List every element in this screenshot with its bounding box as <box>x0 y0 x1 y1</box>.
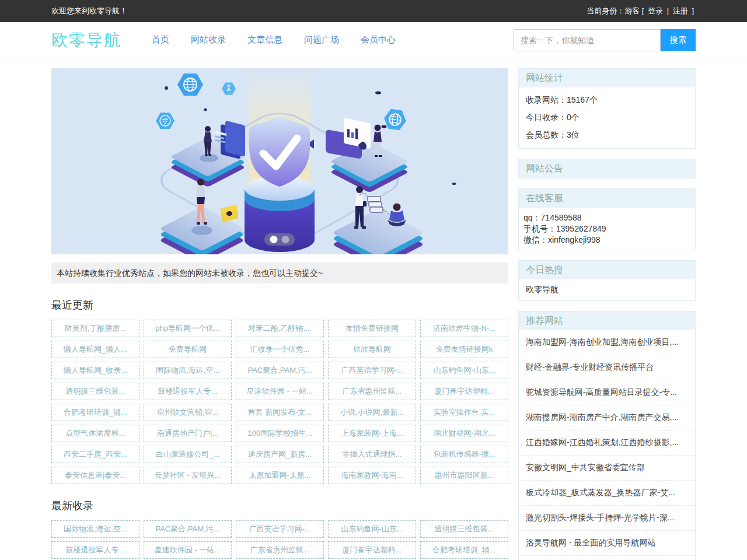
site-logo[interactable]: 欧零导航 <box>51 29 121 51</box>
recommended-site-link[interactable]: 洛灵导航网 - 最全面的实用导航网站 <box>519 531 695 556</box>
site-link[interactable]: 透明膜三维包装... <box>420 520 508 538</box>
recent-update-grid: 防黄剂,丁酰肼原...php导航网一个优...对苯二酚,乙醇钠,...友情免费链… <box>51 320 508 484</box>
site-link[interactable]: 湖北财税网-湖北... <box>420 425 508 442</box>
login-link[interactable]: 登录 <box>648 6 663 15</box>
site-link[interactable]: 南通房地产门户|... <box>144 425 232 442</box>
hot-search-item[interactable]: 欧零导航 <box>519 279 695 300</box>
site-link[interactable]: 懒人导航网_懒人... <box>51 341 139 358</box>
stat-row: 收录网站：15167个 <box>526 91 688 108</box>
nav-link[interactable]: 文章信息 <box>247 34 282 46</box>
hot-search-list: 欧零导航 <box>519 279 695 300</box>
nav-link[interactable]: 首页 <box>152 34 169 46</box>
site-link[interactable]: 广东省惠州监狱... <box>328 383 416 400</box>
carousel-indicator[interactable] <box>264 233 295 246</box>
nav-link[interactable]: 会员中心 <box>361 34 396 46</box>
site-link[interactable]: 西安二手房_西安... <box>51 446 139 463</box>
site-link[interactable]: 小说,小说网,最新... <box>328 404 416 421</box>
site-link[interactable]: 点型气体浓度检... <box>51 425 139 442</box>
site-link[interactable]: 非插入式通球指... <box>328 446 416 463</box>
latest-include-title: 最新收录 <box>51 499 508 513</box>
recommended-site-link[interactable]: 海南加盟网-海南创业加盟,海南创业项目,... <box>519 330 695 355</box>
site-link[interactable]: 包装机传感器-搅... <box>420 446 508 463</box>
banner-carousel[interactable] <box>51 68 508 254</box>
site-link[interactable]: 广西英语学习网-... <box>236 520 324 538</box>
search-bar: 搜索 <box>514 29 696 51</box>
site-link[interactable]: 星速软件园 - 一站... <box>236 383 324 400</box>
recommend-list: 海南加盟网-海南创业加盟,海南创业项目,...财经-金融界-专业财经资讯传播平台… <box>519 330 695 560</box>
site-link[interactable]: 上海家装网-上海... <box>328 425 416 442</box>
recommended-site-link[interactable]: 驼城资源导航网-高质量网站目录提交-专... <box>519 380 695 405</box>
site-link[interactable]: 惠州市惠阳区新... <box>420 467 508 484</box>
nav-link[interactable]: 问题广场 <box>304 34 339 46</box>
site-link[interactable]: 合肥考研培训_辅... <box>420 541 508 559</box>
site-link[interactable]: 欣欣导航网 <box>328 341 416 358</box>
site-link[interactable]: 100国际学校招生... <box>236 425 324 442</box>
site-link[interactable]: 国际物流,海运,空... <box>144 362 232 379</box>
site-link[interactable]: 实验室操作台,实... <box>420 404 508 421</box>
main-nav: 首页网站收录文章信息问题广场会员中心 <box>152 34 417 46</box>
hot-search-title: 今日热搜 <box>519 261 695 279</box>
contact-line: qq：714589588 <box>523 212 690 223</box>
site-link[interactable]: 防黄剂,丁酰肼原... <box>51 320 139 337</box>
site-link[interactable]: 星速软件园 - 一站... <box>144 541 232 559</box>
site-link[interactable]: 懒人导航网_收录... <box>51 362 139 379</box>
site-link[interactable]: 免费导航网 <box>144 341 232 358</box>
site-link[interactable]: 对苯二酚,乙醇钠,... <box>236 320 324 337</box>
site-link[interactable]: 山东钓鱼网-山东... <box>328 520 416 538</box>
recommended-site-link[interactable]: 湖南搜房网-湖南房产中介,湖南房产交易,... <box>519 405 695 430</box>
service-title: 在线客服 <box>519 189 695 208</box>
stats-box: 网站统计 收录网站：15167个今日收录：0个会员总数：3位 <box>518 68 696 149</box>
recommend-box: 推荐网站 海南加盟网-海南创业加盟,海南创业项目,...财经-金融界-专业财经资… <box>518 311 696 560</box>
site-link[interactable]: 厦门春宇达塑料... <box>328 541 416 559</box>
search-input[interactable] <box>514 29 661 51</box>
header: 欧零导航 首页网站收录文章信息问题广场会员中心 搜索 <box>0 22 747 58</box>
site-link[interactable]: 山东钓鱼网-山东... <box>420 362 508 379</box>
recommended-site-link[interactable]: 宣讲家网_中国视频智库 传播创新理论 <box>519 556 695 560</box>
site-link[interactable]: 首页 新闻发布-文... <box>236 404 324 421</box>
site-link[interactable]: 泰安信息港|泰安... <box>51 467 139 484</box>
site-link[interactable]: 宿州软文营销,宿... <box>144 404 232 421</box>
identity-separator: | <box>667 6 669 15</box>
site-link[interactable]: 厦门春宇达塑料... <box>420 383 508 400</box>
contact-line: 微信：xinfengkeji998 <box>523 235 690 246</box>
site-link[interactable]: PAC聚合,PAM,污... <box>236 362 324 379</box>
site-link[interactable]: 鼓楼退役军人专... <box>51 541 139 559</box>
register-link[interactable]: 注册 <box>673 6 688 15</box>
service-box: 在线客服 qq：714589588手机号：13952627849微信：xinfe… <box>518 188 696 250</box>
site-link[interactable]: 鼓楼退役军人专... <box>144 383 232 400</box>
site-link[interactable]: 迪庆房产网_新房... <box>236 446 324 463</box>
site-link[interactable]: PAC聚合,PAM,污... <box>144 520 232 538</box>
site-link[interactable]: 济南欣烨生物-N-... <box>420 320 508 337</box>
site-link[interactable]: 透明膜三维包装... <box>51 383 139 400</box>
contact-line: 手机号：13952627849 <box>523 223 690 235</box>
site-link[interactable]: 免费友情链接网k <box>420 341 508 358</box>
site-link[interactable]: 海南家教网-海南... <box>328 467 416 484</box>
site-link[interactable]: 友情免费链接网 <box>328 320 416 337</box>
recommended-site-link[interactable]: 板式冷却器_板式蒸发器_换热器厂家-艾... <box>519 481 695 506</box>
search-button[interactable]: 搜索 <box>661 29 696 51</box>
site-link[interactable]: 云梦社区 - 发现兴... <box>144 467 232 484</box>
site-link[interactable]: 国际物流,海运,空... <box>51 520 139 538</box>
latest-include-grid: 国际物流,海运,空...PAC聚合,PAM,污...广西英语学习网-...山东钓… <box>51 520 508 559</box>
welcome-text: 欢迎您来到欧零导航！ <box>51 6 127 16</box>
recommended-site-link[interactable]: 财经-金融界-专业财经资讯传播平台 <box>519 355 695 380</box>
nav-link[interactable]: 网站收录 <box>191 34 226 46</box>
carousel-dot-inactive <box>282 236 289 243</box>
site-link[interactable]: 广西英语学习网-... <box>328 362 416 379</box>
recommended-site-link[interactable]: 江西婚嫁网-江西婚礼策划,江西婚纱摄影,... <box>519 430 695 456</box>
site-link[interactable]: 汇收录一个优秀... <box>236 341 324 358</box>
site-link[interactable]: 合肥考研培训_辅... <box>51 404 139 421</box>
recommended-site-link[interactable]: 激光切割头-焊接头-手持焊-光学镜片-深... <box>519 506 695 531</box>
site-link[interactable]: 广东省惠州监狱... <box>236 541 324 559</box>
recommended-site-link[interactable]: 安徽文明网_中共安徽省委宣传部 <box>519 456 695 481</box>
site-link[interactable]: php导航网一个优... <box>144 320 232 337</box>
site-link[interactable]: 太原加盟网-太原... <box>236 467 324 484</box>
identity-group: 当前身份：游客 [ 登录 | 注册 ] <box>585 6 696 16</box>
submit-notice: 本站持续收集行业优秀站点，如果您的网站未被收录，您也可以主动提交~ <box>51 262 508 284</box>
sidebar: 网站统计 收录网站：15167个今日收录：0个会员总数：3位 网站公告 在线客服… <box>518 68 696 560</box>
carousel-dot-active <box>270 236 278 243</box>
site-link[interactable]: 白山家装修公司_... <box>144 446 232 463</box>
announcement-box: 网站公告 <box>518 159 696 178</box>
stats-body: 收录网站：15167个今日收录：0个会员总数：3位 <box>519 88 695 148</box>
hot-search-box: 今日热搜 欧零导航 <box>518 260 696 301</box>
